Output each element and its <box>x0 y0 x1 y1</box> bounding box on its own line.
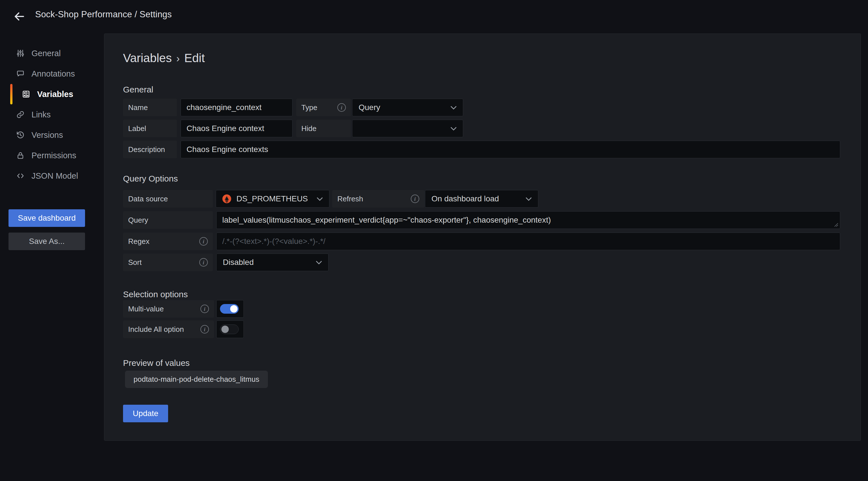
chevron-down-icon <box>451 106 457 110</box>
sidebar-item-versions[interactable]: Versions <box>0 125 104 145</box>
include-all-label-text: Include All option <box>128 325 184 334</box>
type-label-text: Type <box>301 103 317 112</box>
sidebar-item-general[interactable]: General <box>0 43 104 63</box>
type-label: Type i <box>296 99 351 116</box>
resize-grip-icon[interactable] <box>833 222 839 227</box>
settings-sidebar: General Annotations <box>0 33 104 481</box>
name-label: Name <box>123 99 177 116</box>
preview-value-chip: podtato-main-pod-delete-chaos_litmus <box>125 371 268 388</box>
toggle-on-pill <box>220 304 239 314</box>
toggle-off-pill <box>220 325 239 334</box>
type-select-value: Query <box>359 103 380 112</box>
chevron-down-icon <box>316 261 322 264</box>
info-icon[interactable]: i <box>200 305 209 313</box>
sort-label: Sort i <box>123 253 213 271</box>
description-input[interactable] <box>181 141 840 158</box>
breadcrumb: Variables›Edit <box>123 51 205 65</box>
prometheus-icon <box>222 194 231 203</box>
query-options-heading: Query Options <box>123 174 178 183</box>
chevron-down-icon <box>317 197 323 201</box>
selection-options-heading: Selection options <box>123 290 188 299</box>
description-label-text: Description <box>128 145 165 154</box>
info-icon[interactable]: i <box>411 194 419 203</box>
navbar: Sock-Shop Performance / Settings <box>0 0 868 33</box>
back-button[interactable] <box>12 10 26 23</box>
sidebar-item-json-model[interactable]: JSON Model <box>0 166 104 186</box>
toggle-knob <box>230 305 238 312</box>
name-input[interactable] <box>181 99 292 116</box>
multi-value-toggle[interactable] <box>216 300 244 318</box>
label-label-text: Label <box>128 124 146 133</box>
sidebar-item-variables[interactable]: Variables <box>0 84 104 104</box>
update-button[interactable]: Update <box>123 405 168 422</box>
breadcrumb-current: Edit <box>184 51 205 65</box>
save-as-button[interactable]: Save As... <box>8 233 85 250</box>
calculator-icon <box>21 89 31 99</box>
datasource-label: Data source <box>123 190 213 208</box>
datasource-select[interactable]: DS_PROMETHEUS <box>216 190 330 208</box>
sidebar-item-label: Versions <box>31 130 63 140</box>
sidebar-item-links[interactable]: Links <box>0 104 104 125</box>
sort-label-text: Sort <box>128 258 142 267</box>
comment-icon <box>16 69 25 79</box>
hide-select[interactable] <box>352 120 463 137</box>
sort-select[interactable]: Disabled <box>216 253 329 271</box>
code-icon <box>16 171 25 181</box>
query-input-value: label_values(litmuschaos_experiment_verd… <box>222 215 551 224</box>
info-icon[interactable]: i <box>200 325 209 333</box>
regex-label: Regex i <box>123 233 213 250</box>
refresh-select-value: On dashboard load <box>431 194 499 203</box>
type-select[interactable]: Query <box>352 99 463 116</box>
variables-edit-panel: Variables›Edit General Name Type i Query… <box>104 33 861 441</box>
regex-label-text: Regex <box>128 237 149 246</box>
link-icon <box>16 110 25 119</box>
refresh-select[interactable]: On dashboard load <box>425 190 538 208</box>
breadcrumb-section[interactable]: Variables <box>123 51 172 65</box>
datasource-select-value: DS_PROMETHEUS <box>237 194 308 203</box>
sidebar-item-label: Variables <box>37 90 73 99</box>
sidebar-item-label: General <box>31 49 61 58</box>
hide-label: Hide <box>296 120 351 137</box>
sliders-icon <box>16 49 25 58</box>
sidebar-item-label: Links <box>31 110 51 119</box>
multi-value-label-text: Multi-value <box>128 305 164 313</box>
info-icon[interactable]: i <box>199 258 208 267</box>
sidebar-item-label: Permissions <box>31 151 76 160</box>
sidebar-item-label: JSON Model <box>31 171 78 181</box>
datasource-label-text: Data source <box>128 194 168 203</box>
hide-label-text: Hide <box>301 124 316 133</box>
settings-nav: General Annotations <box>0 43 104 186</box>
include-all-toggle[interactable] <box>216 321 244 338</box>
history-icon <box>16 130 25 140</box>
sidebar-item-permissions[interactable]: Permissions <box>0 145 104 166</box>
chevron-down-icon <box>451 127 457 130</box>
chevron-down-icon <box>526 197 532 201</box>
label-input[interactable] <box>181 120 292 137</box>
save-dashboard-button[interactable]: Save dashboard <box>8 209 85 227</box>
sidebar-item-label: Annotations <box>31 69 75 79</box>
toggle-knob <box>221 326 229 333</box>
lock-icon <box>16 151 25 160</box>
sidebar-item-annotations[interactable]: Annotations <box>0 63 104 84</box>
info-icon[interactable]: i <box>337 103 346 112</box>
info-icon[interactable]: i <box>199 237 208 246</box>
query-input[interactable]: label_values(litmuschaos_experiment_verd… <box>216 211 840 229</box>
include-all-label: Include All option i <box>123 321 214 338</box>
name-label-text: Name <box>128 103 148 112</box>
query-label: Query <box>123 211 213 229</box>
refresh-label-text: Refresh <box>337 194 363 203</box>
preview-heading: Preview of values <box>123 358 190 368</box>
sort-select-value: Disabled <box>223 258 254 267</box>
general-section-heading: General <box>123 85 153 94</box>
regex-input[interactable] <box>216 233 840 250</box>
label-label: Label <box>123 120 177 137</box>
page-title: Sock-Shop Performance / Settings <box>35 9 172 20</box>
query-label-text: Query <box>128 216 148 224</box>
breadcrumb-separator-icon: › <box>176 53 180 64</box>
description-label: Description <box>123 141 177 158</box>
refresh-label: Refresh i <box>332 190 424 208</box>
multi-value-label: Multi-value i <box>123 300 214 318</box>
arrow-left-icon <box>13 10 25 22</box>
